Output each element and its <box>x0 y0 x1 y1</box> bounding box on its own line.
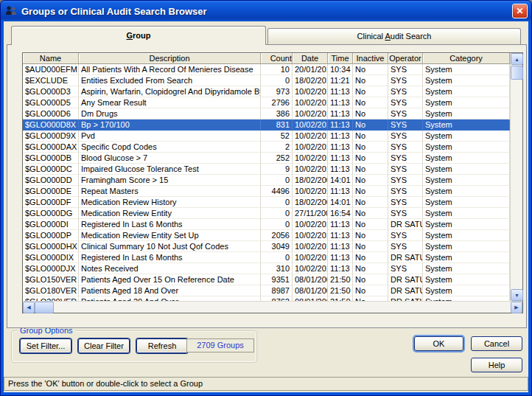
table-row[interactable]: $GLO000DFMedication Review History018/02… <box>23 197 510 208</box>
table-cell: 52 <box>261 131 293 142</box>
table-cell: 11:13 <box>328 86 353 97</box>
table-row[interactable]: $GLO000DPMedication Review Entity Set Up… <box>23 230 510 241</box>
table-row[interactable]: $GLO000D3Aspirin, Warfarin, Clopidogrel … <box>23 86 510 97</box>
clear-filter-button[interactable]: Clear Filter <box>78 338 130 353</box>
table-cell: System <box>423 241 510 252</box>
table-row[interactable]: $GLO000D6Dm Drugs38610/02/201011:13NoSYS… <box>23 108 510 119</box>
table-cell: SYS <box>388 230 423 241</box>
column-header-category[interactable]: Category <box>423 53 510 64</box>
help-button[interactable]: Help <box>471 358 522 372</box>
table-cell: System <box>423 75 510 86</box>
table-cell: No <box>353 219 388 230</box>
table-cell: Aspirin, Warfarin, Clopidogrel And Dipyr… <box>79 86 261 97</box>
table-row[interactable]: $GLO000D5Any Smear Result279610/02/20101… <box>23 97 510 108</box>
table-row[interactable]: $GLO000DCImpaired Glucose Tolerance Test… <box>23 164 510 175</box>
set-filter-button[interactable]: Set Filter... <box>20 338 71 353</box>
table-row[interactable]: $AUD000EFMAll Patients With A Record Of … <box>23 64 510 75</box>
table-cell: 0 <box>261 197 293 208</box>
table-cell: $EXCLUDE <box>23 75 79 86</box>
table-cell: 4496 <box>261 186 293 197</box>
table-cell: 10:34 <box>328 64 353 75</box>
table-cell: 10/02/2010 <box>293 164 328 175</box>
table-cell: 2796 <box>261 97 293 108</box>
table-cell: No <box>353 208 388 219</box>
table-cell: 27/11/2008 <box>293 208 328 219</box>
column-header-count[interactable]: Count <box>261 53 293 64</box>
vertical-scrollbar-thumb[interactable] <box>511 66 523 80</box>
column-header-inactive[interactable]: Inactive <box>353 53 388 64</box>
table-row[interactable]: $GLO000DAXSpecific Copd Codes210/02/2010… <box>23 142 510 153</box>
table-cell: SYS <box>388 164 423 175</box>
table-row[interactable]: $GLO000DERepeat Masters449610/02/201011:… <box>23 186 510 197</box>
scroll-right-icon[interactable]: ▶ <box>511 302 522 313</box>
horizontal-scrollbar-thumb[interactable] <box>35 302 54 313</box>
table-cell: 11:13 <box>328 119 353 131</box>
refresh-button[interactable]: Refresh <box>136 338 188 353</box>
table-cell: No <box>353 175 388 186</box>
scroll-left-icon[interactable]: ◀ <box>23 302 35 313</box>
scroll-up-icon[interactable]: ▲ <box>511 53 523 65</box>
dialog-window: Groups or Clinical Audit Search Browser … <box>0 0 532 396</box>
table-cell: Medication Review Entity <box>79 208 261 219</box>
table-cell: 10/02/2010 <box>293 142 328 153</box>
table-row[interactable]: $GLO000DIRegistered In Last 6 Months010/… <box>23 219 510 230</box>
group-tab-page: Name Description Count Date Time Inactiv… <box>7 44 527 328</box>
table-row[interactable]: $GLO000DHXClinical Summary 10 Not Just Q… <box>23 241 510 252</box>
table-row[interactable]: $GLO000D8XBp > 170/10083110/02/201011:13… <box>23 119 510 131</box>
table-cell: Impaired Glucose Tolerance Test <box>79 164 261 175</box>
close-button[interactable]: ✕ <box>512 4 528 18</box>
vertical-scrollbar[interactable]: ▲ ▼ <box>510 53 522 301</box>
table-cell: 2056 <box>261 230 293 241</box>
table-cell: No <box>353 230 388 241</box>
tab-clinical-audit-search[interactable]: Clinical Audit Search <box>267 28 521 44</box>
table-cell: No <box>353 285 388 296</box>
tab-group[interactable]: Group <box>11 26 266 45</box>
table-row[interactable]: $GLO000DBBlood Glucose > 725210/02/20101… <box>23 153 510 164</box>
table-cell: System <box>423 219 510 230</box>
table-cell: $GLO000DD <box>23 175 79 186</box>
table-cell: SYS <box>388 86 423 97</box>
horizontal-scrollbar[interactable]: ◀ ▶ <box>23 301 522 313</box>
table-cell: 8987 <box>261 285 293 296</box>
table-row[interactable]: $GLO000DGMedication Review Entity027/11/… <box>23 208 510 219</box>
table-cell: System <box>423 108 510 119</box>
table-row[interactable]: $GLO000DJXNotes Received31010/02/201011:… <box>23 263 510 274</box>
column-header-operator[interactable]: Operator <box>388 53 423 64</box>
table-cell: System <box>423 186 510 197</box>
table-row[interactable]: $GLO000DDFramingham Score > 15018/02/200… <box>23 175 510 186</box>
column-header-time[interactable]: Time <box>328 53 353 64</box>
table-row[interactable]: $GLO000DIXRegistered In Last 6 Months010… <box>23 252 510 263</box>
column-header-name[interactable]: Name <box>23 53 79 64</box>
title-bar: Groups or Clinical Audit Search Browser … <box>1 1 531 21</box>
vertical-scrollbar-track[interactable] <box>511 80 523 289</box>
cancel-button[interactable]: Cancel <box>471 336 522 351</box>
table-row[interactable]: $EXCLUDEEntities Excluded From Search018… <box>23 75 510 86</box>
table-cell: No <box>353 252 388 263</box>
table-cell: 11:13 <box>328 108 353 119</box>
table-cell: 9351 <box>261 274 293 285</box>
table-cell: DR SATURN <box>388 219 423 230</box>
table-cell: 18/02/2008 <box>293 197 328 208</box>
table-cell: System <box>423 131 510 142</box>
table-cell: $GLO000DAX <box>23 142 79 153</box>
table-cell: 0 <box>261 252 293 263</box>
table-row[interactable]: $GLO150VERPatients Aged Over 15 On Refer… <box>23 274 510 285</box>
table-cell: $GLO000DG <box>23 208 79 219</box>
table-cell: No <box>353 197 388 208</box>
column-header-description[interactable]: Description <box>79 53 261 64</box>
table-cell: SYS <box>388 119 423 131</box>
table-row[interactable]: $GLO180VERPatients Aged 18 And Over89870… <box>23 285 510 296</box>
scroll-down-icon[interactable]: ▼ <box>511 289 523 301</box>
table-cell: 11:13 <box>328 97 353 108</box>
table-cell: 16:54 <box>328 208 353 219</box>
table-cell: 10/02/2010 <box>293 108 328 119</box>
table-cell: SYS <box>388 97 423 108</box>
table-cell: Medication Review History <box>79 197 261 208</box>
column-header-date[interactable]: Date <box>293 53 328 64</box>
horizontal-scrollbar-track[interactable] <box>54 302 511 313</box>
ok-button[interactable]: OK <box>414 336 463 351</box>
table-cell: $GLO000DP <box>23 230 79 241</box>
table-cell: $GLO000DJX <box>23 263 79 274</box>
table-row[interactable]: $GLO000D9XPvd5210/02/201011:13NoSYSSyste… <box>23 131 510 142</box>
table-cell: SYS <box>388 108 423 119</box>
